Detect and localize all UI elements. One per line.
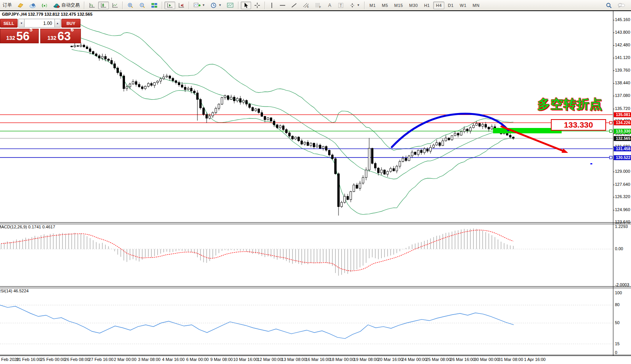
candle-body bbox=[252, 107, 254, 111]
candle-body bbox=[92, 51, 94, 54]
price-tick-label: 142.480 bbox=[615, 43, 630, 47]
fibonacci-tool[interactable]: F bbox=[312, 2, 324, 9]
candle-body bbox=[344, 196, 346, 202]
timeframe-button-mn[interactable]: MN bbox=[470, 2, 482, 9]
template-icon bbox=[227, 2, 234, 8]
volume-input[interactable] bbox=[25, 19, 54, 28]
line-anchor-marker bbox=[610, 130, 612, 133]
sell-price-sup: 5 bbox=[30, 22, 33, 37]
time-axis-label: 20 Mar 16:00 bbox=[378, 357, 403, 362]
time-axis-label: 27 Feb 16:00 bbox=[89, 357, 113, 362]
trendline-tool[interactable] bbox=[289, 2, 299, 9]
auto-scroll-button[interactable] bbox=[164, 2, 175, 9]
pane-separator-macd[interactable] bbox=[0, 222, 631, 224]
sell-button[interactable]: SELL bbox=[0, 19, 18, 28]
buy-price-quote[interactable]: 132 63 6 bbox=[40, 29, 81, 43]
auto-scroll-icon bbox=[167, 2, 173, 8]
templates-button[interactable] bbox=[225, 2, 236, 9]
search-button[interactable] bbox=[603, 2, 615, 9]
candle-body bbox=[442, 141, 444, 146]
candle-body bbox=[390, 169, 392, 171]
candle-body bbox=[141, 87, 143, 89]
candle-body bbox=[313, 143, 315, 147]
svg-text:T: T bbox=[340, 3, 342, 8]
signals-icon[interactable] bbox=[39, 2, 50, 9]
candle-body bbox=[160, 79, 162, 81]
autotrading-button[interactable]: 自动交易 bbox=[51, 2, 82, 9]
sell-price-prefix: 132 bbox=[6, 33, 15, 43]
chat-button[interactable] bbox=[615, 2, 628, 9]
crosshair-tool-button[interactable] bbox=[252, 2, 263, 9]
cursor-tool-button[interactable] bbox=[241, 2, 251, 9]
arrows-tool[interactable]: ▼ bbox=[347, 2, 362, 9]
bar-chart-type-button[interactable] bbox=[87, 2, 97, 9]
cn-annotation-text[interactable]: 多空转折点 bbox=[537, 96, 603, 113]
line-anchor-marker bbox=[610, 121, 612, 124]
timeframe-group: M1M5M15M30H1H4D1W1MN bbox=[366, 2, 483, 9]
candle-body bbox=[454, 133, 456, 136]
label-tool[interactable]: T bbox=[335, 2, 346, 9]
timeframe-button-w1[interactable]: W1 bbox=[457, 2, 469, 9]
zoom-in-button[interactable] bbox=[125, 2, 136, 9]
rsi-axis-label: 50 bbox=[615, 320, 619, 325]
pane-separator-rsi[interactable] bbox=[0, 286, 631, 288]
chart-shift-button[interactable] bbox=[176, 2, 187, 9]
candle-body bbox=[227, 96, 229, 100]
timeframe-button-m1[interactable]: M1 bbox=[367, 2, 378, 9]
vertical-line-tool[interactable] bbox=[267, 2, 276, 9]
new-order-button[interactable]: 订单 bbox=[0, 2, 14, 9]
text-tool[interactable]: A bbox=[325, 2, 335, 9]
indicators-button[interactable]: ▼ bbox=[191, 2, 207, 9]
time-axis-label: 3 Mar 08:00 bbox=[138, 357, 161, 362]
candle-body bbox=[95, 54, 97, 56]
timeframe-button-h4[interactable]: H4 bbox=[433, 2, 444, 9]
arrows-icon bbox=[349, 2, 355, 8]
price-tick-mark bbox=[613, 33, 615, 33]
equidistant-channel-tool[interactable]: E bbox=[300, 2, 312, 9]
community-icon[interactable] bbox=[27, 2, 38, 9]
channel-icon: E bbox=[302, 2, 309, 8]
periods-button[interactable]: ▼ bbox=[208, 2, 224, 9]
candle-body bbox=[341, 202, 343, 207]
volume-increase-button[interactable]: ▲ bbox=[54, 19, 61, 28]
timeframe-button-m30[interactable]: M30 bbox=[406, 2, 421, 9]
candle-body bbox=[368, 148, 370, 170]
price-tick-mark bbox=[613, 96, 615, 96]
candle-body bbox=[111, 61, 113, 64]
timeframe-button-m5[interactable]: M5 bbox=[379, 2, 391, 9]
line-chart-type-button[interactable] bbox=[110, 2, 120, 9]
candle-body bbox=[255, 109, 257, 111]
candle-body bbox=[295, 137, 297, 139]
candle-body bbox=[194, 91, 196, 93]
autotrading-icon bbox=[53, 2, 60, 8]
price-callout-label[interactable]: 133.330 bbox=[551, 119, 606, 131]
horizontal-line-tool[interactable] bbox=[277, 2, 288, 9]
candle-body bbox=[393, 169, 395, 171]
sell-price-quote[interactable]: 132 56 5 bbox=[0, 29, 39, 43]
candle-body bbox=[283, 126, 284, 130]
price-tick-label: 143.800 bbox=[615, 30, 630, 34]
candle-body bbox=[212, 113, 214, 116]
rsi-label: RSI(14) 46.5224 bbox=[0, 289, 29, 293]
one-click-trading-panel: SELL ▼ ▲ BUY 132 56 5 132 63 6 bbox=[0, 19, 81, 43]
publish-icon[interactable] bbox=[15, 2, 26, 9]
candlestick-chart-type-button[interactable] bbox=[98, 2, 109, 9]
candle-body bbox=[289, 133, 291, 136]
volume-decrease-button[interactable]: ▼ bbox=[18, 19, 25, 28]
candle-body bbox=[215, 108, 217, 113]
time-axis-label: 18 Mar 00:00 bbox=[330, 357, 355, 362]
timeframe-button-m15[interactable]: M15 bbox=[391, 2, 406, 9]
tile-windows-button[interactable] bbox=[149, 2, 160, 9]
zoom-out-button[interactable] bbox=[137, 2, 148, 9]
candle-body bbox=[206, 115, 208, 118]
time-axis-label: 13 Mar 08:00 bbox=[281, 357, 306, 362]
publish-icon-glyph bbox=[17, 2, 24, 8]
candle-body bbox=[233, 97, 235, 101]
candle-body bbox=[169, 76, 171, 78]
svg-text:A: A bbox=[328, 3, 331, 8]
price-tick-mark bbox=[613, 210, 615, 210]
timeframe-button-h1[interactable]: H1 bbox=[421, 2, 432, 9]
search-icon bbox=[606, 2, 612, 8]
time-axis-label: 19 Mar 08:00 bbox=[354, 357, 379, 362]
timeframe-button-d1[interactable]: D1 bbox=[445, 2, 456, 9]
